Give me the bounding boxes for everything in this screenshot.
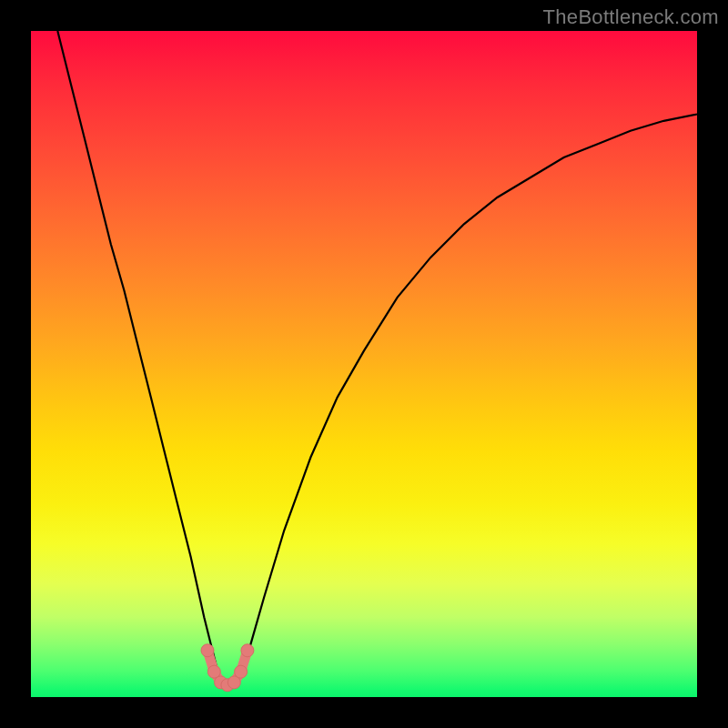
marker-dot: [241, 644, 254, 657]
marker-dot: [235, 665, 248, 678]
plot-area: [31, 31, 697, 697]
marker-dot: [201, 644, 214, 657]
watermark-label: TheBottleneck.com: [543, 5, 719, 29]
bottom-marker-cluster: [201, 644, 254, 692]
curve-layer: [31, 31, 697, 697]
chart-frame: TheBottleneck.com: [0, 0, 728, 728]
bottleneck-curve: [57, 31, 697, 683]
